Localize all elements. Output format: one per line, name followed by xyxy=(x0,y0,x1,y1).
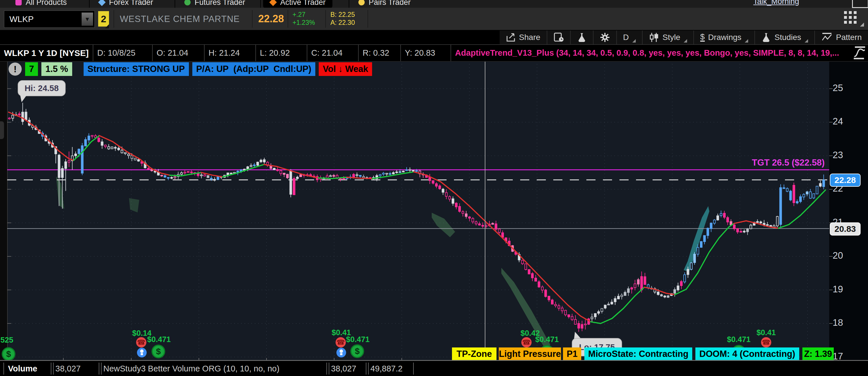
study-curve-icon[interactable] xyxy=(852,46,867,61)
dividend-label: $0.41 xyxy=(756,328,776,337)
ohlc-cell: H: 21.24 xyxy=(205,45,256,61)
volume-cell: 38,027 xyxy=(327,363,369,375)
ohlc-cell: L: 20.92 xyxy=(256,45,307,61)
symbol-input[interactable]: WLKP ▼ xyxy=(4,10,95,28)
tab-separator xyxy=(89,0,90,8)
futures-icon xyxy=(184,0,191,5)
phone-alert-icon[interactable]: ☎ xyxy=(336,337,346,347)
chart-header-row: WLKP 1 Y 1D [NYSE] D: 10/8/25O: 21.04H: … xyxy=(0,44,868,62)
dividend-label: 525 xyxy=(0,336,13,345)
tab-label: Forex Trader xyxy=(109,0,153,7)
ohlc-cell: R: 0.32 xyxy=(359,45,401,61)
tab-futures-trader[interactable]: Futures Trader xyxy=(178,0,252,8)
active-trader-icon xyxy=(269,0,277,6)
notes-button[interactable] xyxy=(547,31,570,44)
tab-label: Active Trader xyxy=(280,0,326,7)
ohlc-cell: Y: 20.83 xyxy=(401,45,451,61)
status-badge: P/A: UP (Adp:UP Cndl:UP) xyxy=(192,62,316,76)
share-button[interactable]: Share xyxy=(500,31,547,44)
last-price: 22.28 xyxy=(258,13,284,25)
tab-separator xyxy=(175,0,175,8)
studies-button[interactable]: Studies xyxy=(754,31,814,44)
signal-badge: TP-Zone xyxy=(452,347,496,360)
status-badge: Structure: STRONG UP xyxy=(84,62,189,76)
quick-study-button[interactable] xyxy=(570,31,593,44)
volume-cell: 38,027 xyxy=(51,363,101,375)
volume-cell: Volume xyxy=(3,363,54,375)
phone-alert-icon[interactable]: ☎ xyxy=(521,337,532,347)
ohlc-cell: C: 21.04 xyxy=(307,45,359,61)
target-label: TGT 26.5 ($22.58) xyxy=(699,157,825,168)
bid-value: B: 22.25 xyxy=(331,10,355,19)
separator xyxy=(368,10,368,28)
settings-button[interactable] xyxy=(593,31,616,44)
change-percent: +1.23% xyxy=(292,19,315,27)
signal-badge: DOOM: 4 (Contracting) xyxy=(695,347,799,360)
signal-badge: Light Pressure xyxy=(499,347,561,360)
tab-active-trader[interactable]: Active Trader xyxy=(263,0,333,8)
window-icon[interactable] xyxy=(852,0,868,8)
dropdown-corner-icon xyxy=(684,39,687,42)
pattern-button[interactable]: Pattern xyxy=(814,31,868,44)
grid-corner-arrow xyxy=(860,23,864,27)
tab-label: Pairs Trader xyxy=(369,0,411,7)
chart-title: WLKP 1 Y 1D [NYSE] xyxy=(0,45,93,61)
tab-separator xyxy=(349,0,349,8)
company-name: WESTLAKE CHEM PARTNE xyxy=(120,14,240,24)
symbol-dropdown-icon[interactable]: ▼ xyxy=(82,12,93,26)
axis-label: 23 xyxy=(833,150,858,161)
separator xyxy=(325,10,326,28)
pattern-icon xyxy=(821,32,833,42)
timeframe-button[interactable]: D xyxy=(616,31,642,44)
signal-badge: Z: 1.39 xyxy=(802,347,834,360)
dollar-coin-icon[interactable]: $ xyxy=(350,344,364,358)
dividend-label: $0.471 xyxy=(346,335,370,344)
dollar-coin-icon[interactable]: $ xyxy=(2,347,16,361)
top-tabs-bar: All ProductsForex TraderFutures TraderAc… xyxy=(0,0,868,8)
style-button[interactable]: Style xyxy=(642,31,693,44)
note-clock-icon xyxy=(554,32,564,42)
phone-alert-icon[interactable]: ☎ xyxy=(136,337,146,347)
tab-forex-trader[interactable]: Forex Trader xyxy=(92,0,160,8)
dollar-coin-icon[interactable]: $ xyxy=(152,345,165,358)
dropdown-corner-icon xyxy=(745,39,748,42)
divider xyxy=(0,360,868,361)
phone-alert-icon[interactable]: ☎ xyxy=(761,337,771,347)
status-badges-row: ! 71.5 %Structure: STRONG UPP/A: UP (Adp… xyxy=(8,62,372,77)
price-change: +.27 +1.23% xyxy=(292,10,315,27)
last-price-axis-badge: 22.28 xyxy=(830,174,861,187)
separator xyxy=(114,10,114,28)
chart-toolbar: Share D Style xyxy=(500,31,868,44)
status-badge: 1.5 % xyxy=(41,62,72,76)
ask-value: A: 22.30 xyxy=(331,19,355,27)
axis-label: 19 xyxy=(833,284,858,295)
prev-close-axis-badge: 20.83 xyxy=(830,223,861,235)
active-study-label[interactable]: AdaptiveTrend_V13_Plus (34, 14, 34, 0.5,… xyxy=(451,45,868,61)
lightbulb-icon[interactable] xyxy=(137,348,147,357)
status-badge: 7 xyxy=(25,62,38,76)
ohlc-cell: D: 10/8/25 xyxy=(93,45,153,61)
tab-label: Futures Trader xyxy=(195,0,245,7)
symbol-value: WLKP xyxy=(9,14,34,24)
drawings-button[interactable]: $ Drawings xyxy=(693,31,754,44)
volume-cell: NewStudy3 Better Volume ORG (10, 10, no,… xyxy=(99,363,329,375)
tab-pairs-trader[interactable]: Pairs Trader xyxy=(351,0,417,8)
axis-label: 18 xyxy=(833,317,858,328)
symbol-row: WLKP ▼ 2 WESTLAKE CHEM PARTNE 22.28 +.27… xyxy=(0,8,868,30)
tab-all-products[interactable]: All Products xyxy=(8,0,73,8)
bid-ask: B: 22.25 A: 22.30 xyxy=(331,10,355,27)
workspace-link[interactable]: Talk_Morning xyxy=(753,0,828,6)
dividend-label: $0.471 xyxy=(535,335,559,344)
status-badge: Vol ↓ Weak xyxy=(319,62,372,76)
flask-icon xyxy=(577,32,587,42)
grid-layout-icon[interactable] xyxy=(844,11,859,26)
separator xyxy=(288,10,288,28)
signal-badge: P1 xyxy=(563,347,581,360)
share-icon xyxy=(506,33,516,42)
axis-label: 20 xyxy=(833,250,858,261)
lightbulb-icon[interactable] xyxy=(336,348,346,357)
forex-icon xyxy=(98,0,105,6)
alert-icon[interactable]: ! xyxy=(8,62,22,76)
volume-cell: 49,887.2 xyxy=(366,363,414,375)
tab-separator xyxy=(260,0,261,8)
